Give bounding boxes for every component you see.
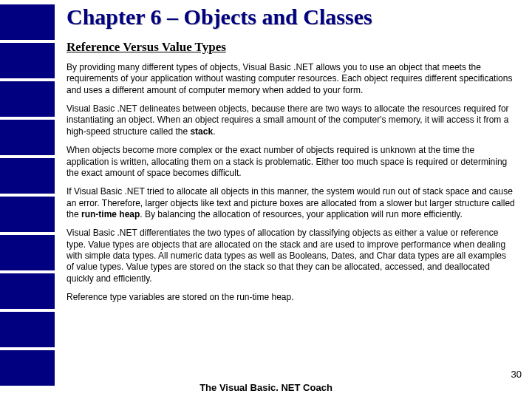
content-area: Chapter 6 – Objects and Classes Referenc… [61,0,526,399]
sidebar-block [0,120,55,155]
section-subtitle: Reference Versus Value Types [66,40,516,55]
sidebar-block [0,312,55,347]
body-paragraph: Visual Basic .NET delineates between obj… [66,103,516,137]
sidebar-block [0,43,55,78]
para-post: . By balancing the allocation of resourc… [140,209,462,219]
body-paragraph: When objects become more complex or the … [66,145,516,179]
slide: Chapter 6 – Objects and Classes Referenc… [0,0,532,399]
sidebar-decoration [0,0,55,399]
para-bold: stack [190,126,213,137]
sidebar-block [0,81,55,117]
para-post: . [213,126,215,137]
sidebar-block [0,158,55,194]
sidebar-block [0,197,55,232]
page-number: 30 [511,369,522,380]
sidebar-block [0,235,55,270]
sidebar-block [0,273,55,309]
body-paragraph: If Visual Basic .NET tried to allocate a… [66,186,516,220]
footer-text: The Visual Basic. NET Coach [0,382,532,393]
body-paragraph: Reference type variables are stored on t… [66,292,516,303]
chapter-title: Chapter 6 – Objects and Classes [66,4,516,30]
sidebar-block [0,4,55,40]
body-paragraph: Visual Basic .NET differentiates the two… [66,228,516,284]
body-paragraph: By providing many different types of obj… [66,62,516,96]
para-bold: run-time heap [81,209,140,219]
para-pre: Visual Basic .NET delineates between obj… [66,103,509,137]
sidebar-block [0,350,55,386]
